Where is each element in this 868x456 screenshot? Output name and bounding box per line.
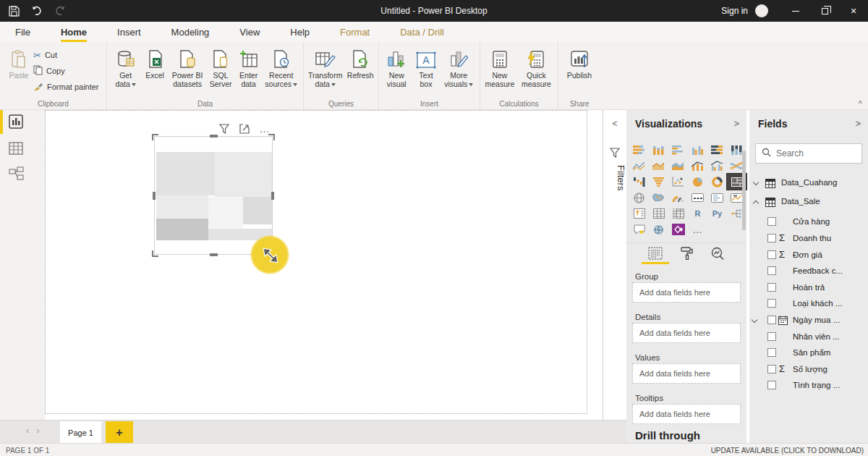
qa-visual-icon[interactable] (629, 221, 649, 237)
resize-handle[interactable] (153, 192, 156, 200)
visualizations-scrollbar[interactable] (742, 151, 746, 230)
table-row-data-sale[interactable]: Data_Sale (749, 194, 868, 210)
close-button[interactable]: × (839, 0, 868, 22)
chevron-down-icon[interactable] (752, 317, 757, 323)
format-painter-button[interactable]: Format painter (33, 80, 99, 93)
sign-in-button[interactable]: Sign in (714, 6, 755, 16)
funnel-chart-icon[interactable] (649, 174, 668, 190)
field-checkbox[interactable] (767, 332, 776, 341)
quick-measure-button[interactable]: Quick measure (519, 47, 553, 88)
field-checkbox[interactable] (767, 381, 776, 389)
tab-insert[interactable]: Insert (102, 22, 156, 42)
slicer-icon[interactable] (629, 206, 649, 221)
transform-data-button[interactable]: Transform data (308, 47, 342, 88)
resize-handle[interactable] (268, 134, 275, 140)
focus-mode-icon[interactable] (239, 123, 250, 135)
field-row[interactable]: Tình trạng ... (749, 379, 868, 394)
stacked-area-chart-icon[interactable] (668, 158, 688, 174)
new-visual-button[interactable]: New visual (383, 47, 410, 88)
cut-button[interactable]: ✂ Cut (33, 48, 99, 62)
page-tab-page1[interactable]: Page 1 (60, 421, 101, 444)
next-page-icon[interactable]: › (36, 425, 46, 436)
field-checkbox[interactable] (767, 299, 776, 308)
search-input[interactable] (776, 148, 848, 159)
resize-handle[interactable] (152, 250, 158, 257)
matrix-icon[interactable] (668, 206, 688, 221)
new-measure-button[interactable]: New measure (485, 47, 515, 88)
update-available-link[interactable]: UPDATE AVAILABLE (CLICK TO DOWNLOAD) (711, 447, 864, 455)
excel-button[interactable]: Excel (142, 47, 167, 80)
stacked-column-chart-icon[interactable] (649, 142, 668, 158)
collapse-ribbon-icon[interactable]: ^ (859, 99, 862, 108)
publish-button[interactable]: Publish (563, 47, 596, 80)
tab-help[interactable]: Help (275, 22, 325, 42)
sql-server-button[interactable]: SQL Server (208, 47, 233, 88)
clustered-bar-chart-icon[interactable] (668, 142, 688, 158)
data-view-button[interactable] (9, 141, 25, 157)
copy-button[interactable]: Copy (33, 64, 99, 77)
well-group[interactable]: Add data fields here (632, 282, 741, 303)
field-checkbox[interactable] (767, 348, 776, 357)
power-bi-datasets-button[interactable]: Power BI datasets (170, 47, 205, 88)
python-visual-icon[interactable]: Py (707, 206, 727, 221)
field-row[interactable]: Σ Đơn giá (749, 248, 868, 263)
treemap-visual-placeholder[interactable] (154, 136, 273, 255)
multi-row-card-icon[interactable] (707, 190, 727, 206)
new-page-button[interactable]: + (106, 421, 133, 444)
account-avatar[interactable] (755, 4, 768, 17)
more-visuals-button[interactable]: More visuals (442, 47, 475, 88)
arcgis-map-icon[interactable] (649, 221, 668, 237)
field-row[interactable]: Σ Doanh thu (749, 232, 868, 247)
recent-sources-button[interactable]: Recent sources (263, 47, 299, 88)
line-stacked-column-chart-icon[interactable] (688, 158, 707, 174)
get-data-button[interactable]: Get data (111, 47, 140, 88)
clustered-column-chart-icon[interactable] (688, 142, 707, 158)
field-row[interactable]: Hoàn trả (749, 281, 868, 296)
card-icon[interactable] (688, 190, 707, 206)
save-icon[interactable] (7, 4, 20, 17)
map-icon[interactable] (629, 190, 649, 206)
format-tab[interactable] (677, 244, 696, 263)
well-details[interactable]: Add data fields here (632, 323, 741, 343)
field-row[interactable]: Feedback c... (749, 264, 868, 279)
chevron-up-icon[interactable] (753, 200, 759, 206)
collapse-visualizations-icon[interactable]: > (733, 118, 739, 129)
text-box-button[interactable]: A Text box (414, 47, 438, 88)
fields-wells-tab[interactable] (646, 244, 665, 263)
field-row[interactable]: Loại khách ... (749, 297, 868, 312)
report-canvas[interactable]: … (45, 110, 603, 420)
donut-chart-icon[interactable] (707, 174, 727, 190)
line-clustered-column-chart-icon[interactable] (707, 158, 727, 174)
stacked-bar-chart-icon[interactable] (629, 142, 649, 158)
tab-home[interactable]: Home (46, 22, 102, 42)
collapse-fields-icon[interactable]: > (855, 118, 861, 129)
expand-filters-icon[interactable]: < (603, 119, 626, 129)
hundred-stacked-bar-chart-icon[interactable] (707, 142, 727, 158)
scatter-chart-icon[interactable] (668, 174, 688, 190)
fields-search[interactable] (755, 143, 862, 164)
enter-data-button[interactable]: Enter data (237, 47, 261, 88)
field-row-date[interactable]: Ngày mua ... (749, 313, 868, 329)
tab-data-drill[interactable]: Data / Drill (385, 22, 459, 42)
power-apps-icon[interactable] (668, 221, 688, 237)
well-tooltips[interactable]: Add data fields here (632, 404, 741, 424)
field-row[interactable]: Cửa hàng (749, 215, 868, 230)
resize-handle[interactable] (210, 135, 218, 138)
field-checkbox[interactable] (767, 365, 776, 373)
table-icon[interactable] (649, 206, 668, 221)
paste-button[interactable]: Paste (4, 47, 33, 80)
filled-map-icon[interactable] (649, 190, 668, 206)
well-values[interactable]: Add data fields here (632, 363, 741, 384)
waterfall-chart-icon[interactable] (629, 174, 649, 190)
visual-filter-icon[interactable] (218, 123, 230, 135)
field-row[interactable]: Nhân viên ... (749, 330, 868, 345)
model-view-button[interactable] (9, 166, 25, 182)
chevron-down-icon[interactable] (753, 180, 759, 185)
gauge-icon[interactable] (668, 190, 688, 206)
field-checkbox[interactable] (767, 283, 776, 292)
tab-modeling[interactable]: Modeling (156, 22, 225, 42)
field-checkbox[interactable] (767, 234, 776, 242)
resize-handle[interactable] (152, 134, 158, 140)
tab-file[interactable]: File (0, 22, 46, 42)
refresh-button[interactable]: Refresh (346, 47, 374, 80)
